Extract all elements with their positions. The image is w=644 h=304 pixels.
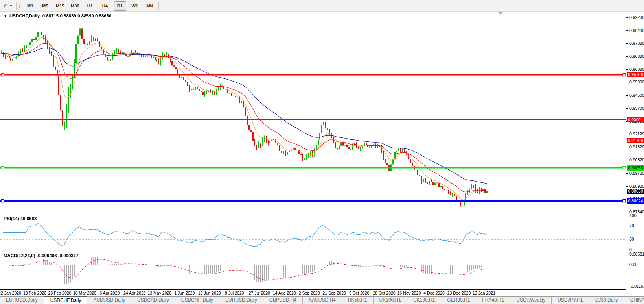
rsi-label: RSI(14) 46.6583 — [4, 216, 37, 221]
hline-price-badge: 0.88024 — [627, 198, 644, 204]
y-axis-tick-label: 0.93700 — [629, 106, 644, 111]
macd-axis-tick-label: -0.011514 — [629, 284, 644, 289]
hline-price-badge: 0.93001 — [627, 117, 644, 122]
y-axis-tick-mark — [626, 147, 628, 147]
timeframe-button-m1[interactable]: M1 — [24, 1, 37, 11]
macd-values: -0.000466 -0.000317 — [37, 253, 79, 258]
macd-panel: MACD(12,26,9) -0.000466 -0.000317 — [0, 252, 626, 290]
y-axis-tick-mark — [626, 30, 628, 31]
time-axis[interactable]: 22 Jan 202010 Feb 202028 Feb 202018 Mar … — [0, 290, 644, 296]
rsi-canvas[interactable] — [0, 215, 626, 251]
main-chart-canvas[interactable] — [0, 12, 626, 214]
y-axis-tick-label: 0.88920 — [629, 184, 644, 189]
y-axis-tick-label: 0.97680 — [629, 41, 644, 46]
chart-tab-uk100-h1[interactable]: UK100,H1 — [374, 297, 407, 304]
y-axis-tick-label: 0.96880 — [629, 54, 644, 59]
y-axis-tick-label: 0.92120 — [629, 132, 644, 136]
macd-label: MACD(12,26,9) -0.000466 -0.000317 — [4, 253, 79, 258]
chart-low: 0.88599 — [77, 13, 94, 18]
timeframe-button-mn[interactable]: MN — [144, 1, 156, 11]
chart-tab-xauusd-h4[interactable]: XAUUSD,H4 — [303, 297, 342, 304]
chart-tab-usdjpy-h1[interactable]: USDJPY,H1 — [552, 297, 589, 304]
chart-tab-usdchf-daily[interactable]: USDCHF,Daily — [44, 296, 88, 304]
chart-tab-hk50-h1[interactable]: HK50,H1 — [342, 297, 374, 304]
timeframe-button-m15[interactable]: M15 — [54, 1, 66, 11]
y-axis-tick-label: 0.94500 — [629, 93, 644, 98]
cursor-tool-icon[interactable] — [2, 2, 9, 9]
cursor-tool-dropdown[interactable]: ▼ — [9, 4, 13, 7]
y-axis-tick-mark — [626, 43, 628, 44]
chart-shift-marker-icon[interactable] — [498, 12, 503, 15]
chart-tab-usdcnh-daily[interactable]: USDCNH,Daily — [175, 297, 219, 304]
chart-tab-eurusd-daily[interactable]: EURUSD,Daily — [0, 297, 44, 304]
rsi-name: RSI(14) — [4, 216, 19, 221]
timeframe-button-group: M1M5M15M30H1H4D1W1MN — [23, 1, 157, 11]
y-axis-tick-label: 0.90520 — [629, 158, 644, 162]
rsi-axis-tick-label: 70 — [629, 223, 634, 228]
timeframe-button-h1[interactable]: H1 — [84, 1, 96, 11]
current-price-badge: 0.88630 — [627, 189, 644, 194]
rsi-axis-tick-label: 30 — [629, 237, 634, 241]
chart-tab-eurusd-daily[interactable]: EURUSD,Daily — [219, 297, 263, 304]
macd-axis-tick-label: 0.005818 — [629, 252, 644, 256]
y-axis-tick-label: 0.98480 — [629, 28, 644, 33]
main-chart-panel: ▼USDCHF,Daily 0.88715 0.88839 0.88599 0.… — [0, 12, 626, 214]
hline-price-badge: 0.90055 — [627, 165, 644, 171]
y-axis-tick-label: 0.89720 — [629, 171, 644, 176]
rsi-panel: RSI(14) 46.6583 — [0, 215, 626, 251]
chart-high: 0.88839 — [60, 13, 76, 18]
mt4-window: { "toolbar": { "cursor_tool": "cursor-to… — [0, 0, 644, 304]
chart-close: 0.88630 — [95, 13, 112, 18]
chart-tab-gbpusd-h4[interactable]: GBPUSD,H4 — [263, 297, 303, 304]
chart-symbol: USDCHF,Daily — [9, 13, 40, 18]
timeframe-button-d1[interactable]: D1 — [114, 1, 126, 11]
y-axis-tick-mark — [626, 108, 628, 109]
chart-open: 0.88715 — [42, 13, 59, 18]
chart-tab-audusd-daily[interactable]: AUDUSD,Daily — [87, 297, 131, 304]
timeframe-button-h4[interactable]: H4 — [99, 1, 111, 11]
timeframe-button-m5[interactable]: M5 — [39, 1, 52, 11]
macd-axis-tick-label: 0.00 — [629, 262, 637, 267]
y-axis-tick-mark — [626, 186, 628, 187]
y-axis-tick-mark — [626, 95, 628, 96]
macd-name: MACD(12,26,9) — [4, 253, 35, 258]
toolbar-drag-grip[interactable] — [18, 2, 21, 10]
y-axis-tick-mark — [626, 56, 628, 57]
toolbar-separator — [16, 2, 17, 10]
chart-tab-usdcad-daily[interactable]: USDCAD,Daily — [131, 297, 175, 304]
toolbar-separator-2 — [158, 2, 159, 10]
y-axis-tick-mark — [626, 69, 628, 70]
timeframe-button-w1[interactable]: W1 — [129, 1, 141, 11]
chart-tab-uk100-h1[interactable]: UK100,H1 — [407, 297, 441, 304]
hline-price-badge: 0.91709 — [627, 138, 644, 143]
macd-canvas[interactable] — [0, 252, 626, 289]
rsi-axis-tick-label: 100 — [629, 213, 637, 218]
y-axis-tick-mark — [626, 17, 628, 18]
rsi-value: 46.6583 — [20, 216, 37, 221]
top-toolbar: ▼ M1M5M15M30H1H4D1W1MN — [0, 0, 644, 12]
chart-title: ▼USDCHF,Daily 0.88715 0.88839 0.88599 0.… — [4, 13, 112, 18]
chart-tab-fra40-h1[interactable]: FRA40,H1 — [476, 297, 510, 304]
chart-tab-bar: EURUSD,DailyUSDCHF,DailyAUDUSD,DailyUSDC… — [0, 296, 644, 304]
y-axis-tick-label: 0.91320 — [629, 145, 644, 149]
y-axis-tick-label: 0.96080 — [629, 67, 644, 72]
y-axis-tick-mark — [626, 160, 628, 160]
y-axis-tick-mark — [626, 134, 628, 134]
hline-price-badge: 0.95766 — [627, 72, 644, 77]
timeframe-button-m30[interactable]: M30 — [69, 1, 81, 11]
y-axis-tick-label: 0.99280 — [629, 15, 644, 20]
y-axis-tick-label: 0.95300 — [629, 80, 644, 84]
chart-title-caret-icon[interactable]: ▼ — [4, 14, 7, 18]
y-axis-tick-mark — [626, 173, 628, 174]
y-axis-tick-mark — [626, 82, 628, 82]
y-axis-tick-mark — [626, 212, 628, 212]
chart-tab-dj30-daily[interactable]: DJ30,Daily — [589, 297, 624, 304]
chart-tab-china300-h1[interactable]: CHINA300,H1 — [624, 297, 644, 304]
x-axis-date-label: 13 Jan 2021 — [468, 291, 500, 295]
chart-tab-usoil-weekly[interactable]: USOil,Weekly — [510, 297, 552, 304]
chart-tab-ger30-h1[interactable]: GER30,H1 — [441, 297, 476, 304]
